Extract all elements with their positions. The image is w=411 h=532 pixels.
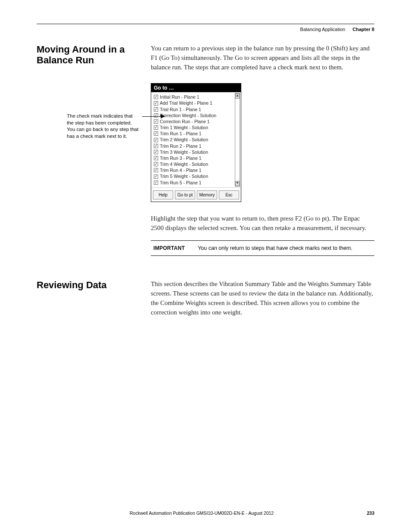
list-item[interactable]: Trim 3 Weight - Solution [153,149,232,155]
important-text: You can only return to steps that have c… [198,245,352,251]
softkey-memory[interactable]: Memory [197,190,217,199]
checkmark-icon [154,180,158,185]
list-item[interactable]: Trim Run 4 - Plane 1 [153,167,232,173]
section-moving-around: Moving Around in a Balance Run You can r… [37,44,374,72]
checkmark-icon [154,162,158,166]
list-item[interactable]: Trim Run 5 - Plane 1 [153,180,232,186]
step-label: Correction Weight - Solution [160,112,216,118]
step-label: Trim 4 Weight - Solution [160,161,208,167]
header-rule [37,24,374,24]
para-intro: You can return to a previous step in the… [151,44,374,72]
important-callout: IMPORTANT You can only return to steps t… [151,240,374,256]
softkey-goto-pt[interactable]: Go to pt [175,190,195,199]
step-label: Trim 5 Weight - Solution [160,173,208,179]
illustration-row: The check mark indicates that the step h… [37,77,374,256]
checkmark-icon [154,156,158,160]
scroll-up-icon[interactable]: ▲ [235,93,240,99]
goto-step-list: Initial Run - Plane 1 Add Trial Weight -… [153,94,239,186]
list-item[interactable]: Trim Run 2 - Plane 1 [153,143,232,149]
checkmark-icon [154,131,158,136]
step-label: Correction Run - Plane 1 [160,118,210,124]
checkmark-icon [154,125,158,130]
scrollbar[interactable]: ▲ ▼ [235,93,240,187]
list-item[interactable]: Trim 4 Weight - Solution [153,161,232,167]
step-label: Initial Run - Plane 1 [160,94,199,100]
step-label: Trim Run 2 - Plane 1 [160,143,201,149]
device-screenshot: Go to … Initial Run - Plane 1 Add Trial … [151,83,241,202]
device-softkey-row: Help Go to pt Memory Esc [151,187,241,202]
callout-block: The check mark indicates that the step h… [37,85,142,140]
list-item[interactable]: Correction Weight - Solution [153,112,232,118]
list-item[interactable]: Trim Run 1 - Plane 1 [153,131,232,137]
checkmark-icon [154,174,158,179]
section-reviewing-data: Reviewing Data This section describes th… [37,280,374,317]
list-item[interactable]: Trial Run 1 - Plane 1 [153,106,232,112]
list-item[interactable]: Initial Run - Plane 1 [153,94,232,100]
step-label: Add Trial Weight - Plane 1 [160,100,212,106]
checkmark-icon [154,138,158,142]
running-header: Balancing Application Chapter 8 [37,27,374,32]
step-label: Trim Run 1 - Plane 1 [160,131,201,137]
para-highlight-step: Highlight the step that you want to retu… [151,214,374,233]
checkmark-icon [154,168,158,172]
header-doc-title: Balancing Application [300,27,346,32]
device-titlebar: Go to … [151,84,241,92]
checkmark-icon [154,101,158,106]
heading-moving-around: Moving Around in a Balance Run [37,44,142,66]
step-label: Trial Run 1 - Plane 1 [160,106,201,112]
checkmark-icon [154,113,158,118]
checkmark-icon [154,95,158,99]
list-item[interactable]: Trim Run 3 - Plane 1 [153,155,232,161]
important-label: IMPORTANT [153,245,185,251]
list-item[interactable]: Trim 5 Weight - Solution [153,173,232,179]
step-label: Trim 3 Weight - Solution [160,149,208,155]
step-label: Trim 1 Weight - Solution [160,124,208,131]
checkmark-icon [154,119,158,124]
checkmark-icon [154,150,158,154]
list-item[interactable]: Trim 1 Weight - Solution [153,124,232,131]
list-item[interactable]: Add Trial Weight - Plane 1 [153,100,232,106]
step-label: Trim Run 5 - Plane 1 [160,180,201,186]
checkmark-icon [154,144,158,148]
heading-reviewing-data: Reviewing Data [37,280,142,290]
page-footer: Rockwell Automation Publication GMSI10-U… [37,510,374,516]
step-label: Trim 2 Weight - Solution [160,137,208,143]
device-body: Initial Run - Plane 1 Add Trial Weight -… [151,92,241,187]
footer-page-number: 233 [367,510,374,516]
scroll-down-icon[interactable]: ▼ [235,181,240,186]
footer-publication: Rockwell Automation Publication GMSI10-U… [37,510,367,516]
list-item[interactable]: Correction Run - Plane 1 [153,118,232,124]
softkey-help[interactable]: Help [153,190,173,199]
list-item[interactable]: Trim 2 Weight - Solution [153,137,232,143]
step-label: Trim Run 3 - Plane 1 [160,155,201,161]
header-chapter: Chapter 8 [352,27,374,32]
softkey-esc[interactable]: Esc [219,190,239,199]
para-reviewing-data: This section describes the Vibration Sum… [151,280,374,317]
callout-text: The check mark indicates that the step h… [67,113,140,140]
checkmark-icon [154,107,158,112]
step-label: Trim Run 4 - Plane 1 [160,167,201,173]
